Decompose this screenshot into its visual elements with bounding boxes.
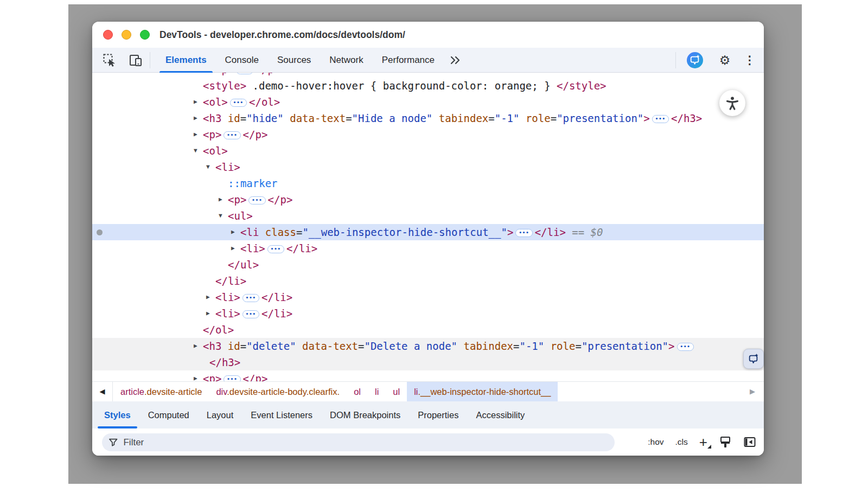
disclosure-triangle-icon[interactable]: ▶: [219, 191, 222, 208]
dom-token-tag: </p>: [268, 194, 293, 206]
ellipsis-expand-button[interactable]: •••: [242, 294, 259, 302]
dom-tree-row[interactable]: </h3>: [92, 354, 764, 370]
dom-tree-row[interactable]: </ul>: [92, 257, 764, 273]
dom-tree-row[interactable]: ▶<p>•••</p>: [92, 126, 764, 143]
dom-tree-row[interactable]: ▼<ol>: [92, 143, 764, 159]
more-tabs-chevron-icon[interactable]: [444, 48, 467, 73]
filter-pill[interactable]: [102, 433, 615, 451]
zoom-window-button[interactable]: [140, 30, 150, 40]
dom-token-attr: data-text: [284, 112, 346, 124]
disclosure-triangle-icon[interactable]: ▼: [219, 208, 222, 224]
breadcrumb-item[interactable]: article.devsite-article: [113, 382, 209, 401]
tab-sources[interactable]: Sources: [268, 48, 320, 73]
new-style-rule-button[interactable]: +: [699, 435, 707, 449]
styles-filter-input[interactable]: [123, 437, 608, 448]
breadcrumb-item-selected[interactable]: li.__web-inspector-hide-shortcut__: [407, 382, 558, 401]
crumb-tag: li: [375, 387, 379, 396]
breadcrumb-item[interactable]: ul: [386, 382, 407, 401]
window-title: DevTools - developer.chrome.com/docs/dev…: [159, 22, 405, 48]
dom-tree-row[interactable]: ::marker: [92, 175, 764, 191]
disclosure-triangle-icon[interactable]: ▶: [194, 338, 197, 354]
ellipsis-expand-button[interactable]: •••: [224, 375, 240, 381]
disclosure-triangle-icon[interactable]: ▶: [194, 94, 197, 110]
styles-tab-accessibility[interactable]: Accessibility: [467, 401, 533, 428]
breadcrumb-scroll-right-icon[interactable]: ▶: [742, 382, 763, 401]
dom-tree-row[interactable]: ▶<ol>•••</ol>: [92, 94, 764, 110]
ellipsis-expand-button[interactable]: •••: [248, 196, 265, 204]
dom-tree-row[interactable]: ▶<p>•••</p>: [92, 73, 764, 78]
dom-token-val: "hide": [246, 112, 284, 124]
breadcrumb-item[interactable]: div.devsite-article-body.clearfix.: [209, 382, 347, 401]
dom-tree-row[interactable]: </li>: [92, 273, 764, 289]
disclosure-triangle-icon[interactable]: ▼: [194, 143, 197, 159]
show-sidebar-icon[interactable]: [743, 436, 756, 449]
ellipsis-expand-button[interactable]: •••: [677, 343, 694, 351]
dom-tree-row[interactable]: ▼<ul>: [92, 208, 764, 224]
ellipsis-expand-button[interactable]: •••: [652, 115, 669, 123]
tab-network[interactable]: Network: [320, 48, 372, 73]
disclosure-triangle-icon[interactable]: ▼: [206, 159, 210, 175]
styles-tab-styles[interactable]: Styles: [95, 401, 139, 428]
disclosure-triangle-icon[interactable]: ▶: [194, 110, 197, 126]
dom-tree-panel: ▶<p>•••</p><style> .demo--hover:hover { …: [92, 73, 764, 381]
breadcrumb-item[interactable]: li: [368, 382, 386, 401]
dom-tree-row[interactable]: ▶<p>•••</p>: [92, 191, 764, 208]
crumb-tag: div: [216, 387, 227, 396]
device-toolbar-icon[interactable]: [128, 53, 143, 68]
dom-tree-row[interactable]: ▶<li>•••</li>: [92, 289, 764, 305]
disclosure-triangle-icon[interactable]: ▶: [194, 370, 197, 381]
dom-tree-row[interactable]: ▶<li>•••</li>: [92, 240, 764, 257]
disclosure-triangle-icon[interactable]: ▶: [194, 126, 197, 143]
toolbar-divider-right: [675, 52, 676, 68]
accessibility-widget-button[interactable]: [719, 90, 745, 116]
styles-filter-bar: :hov .cls +: [92, 428, 764, 456]
styles-tab-properties[interactable]: Properties: [409, 401, 467, 428]
panel-tabs: ElementsConsoleSourcesNetworkPerformance: [156, 48, 467, 73]
dom-token-tag: <ol>: [203, 96, 228, 108]
dom-tree-row-selected[interactable]: ▶<li class="__web-inspector-hide-shortcu…: [92, 224, 764, 240]
minimize-window-button[interactable]: [122, 30, 131, 40]
disclosure-triangle-icon[interactable]: ▶: [206, 289, 210, 305]
ellipsis-expand-button[interactable]: •••: [242, 310, 259, 318]
styles-tab-event-listeners[interactable]: Event Listeners: [242, 401, 321, 428]
tab-performance[interactable]: Performance: [373, 48, 444, 73]
ai-assistant-chip-button[interactable]: [743, 349, 764, 369]
ai-bubble-icon: [748, 353, 760, 365]
tab-console[interactable]: Console: [216, 48, 268, 73]
ellipsis-expand-button[interactable]: •••: [515, 229, 532, 237]
dom-token-pseudo: ::marker: [228, 177, 278, 189]
breadcrumb-scroll-left-icon[interactable]: ◀: [92, 382, 113, 401]
ellipsis-expand-button[interactable]: •••: [230, 99, 247, 107]
dom-token-tag: </li>: [535, 226, 566, 238]
disclosure-triangle-icon[interactable]: ▶: [206, 305, 210, 322]
ellipsis-expand-button[interactable]: •••: [224, 131, 240, 139]
dom-token-tag: <p>: [203, 373, 221, 381]
toggle-element-state-hov[interactable]: :hov: [648, 437, 663, 447]
styles-tab-layout[interactable]: Layout: [198, 401, 242, 428]
dom-token-tag: <ol>: [203, 145, 228, 157]
ai-assistant-button[interactable]: [687, 52, 703, 68]
styles-tab-computed[interactable]: Computed: [139, 401, 198, 428]
ellipsis-expand-button[interactable]: •••: [236, 73, 253, 74]
dom-tree-row[interactable]: ▶<p>•••</p>: [92, 370, 764, 381]
disclosure-triangle-icon[interactable]: ▶: [231, 240, 235, 257]
tab-elements[interactable]: Elements: [156, 48, 216, 73]
more-options-kebab-icon[interactable]: ⋮: [742, 53, 757, 68]
dom-tree-row[interactable]: ▶<li>•••</li>: [92, 305, 764, 322]
rendering-brush-icon[interactable]: [719, 436, 732, 449]
dom-tree-row[interactable]: </ol>: [92, 322, 764, 338]
dom-tree-row[interactable]: ▼<li>: [92, 159, 764, 175]
dom-token-tag: </p>: [243, 129, 268, 140]
inspect-element-icon[interactable]: [102, 53, 117, 68]
disclosure-triangle-icon[interactable]: ▶: [231, 224, 235, 240]
dom-tree-row[interactable]: ▶<h3 id="delete" data-text="Delete a nod…: [92, 338, 764, 354]
styles-tab-dom-breakpoints[interactable]: DOM Breakpoints: [321, 401, 409, 428]
toggle-element-classes-cls[interactable]: .cls: [675, 437, 688, 447]
dom-tree-row[interactable]: ▶<h3 id="hide" data-text="Hide a node" t…: [92, 110, 764, 126]
dom-tree-row[interactable]: <style> .demo--hover:hover { background-…: [92, 78, 764, 94]
settings-gear-icon[interactable]: ⚙: [717, 53, 732, 68]
breadcrumb-item[interactable]: ol: [347, 382, 368, 401]
disclosure-triangle-icon[interactable]: ▶: [206, 73, 210, 78]
ellipsis-expand-button[interactable]: •••: [267, 245, 284, 253]
close-window-button[interactable]: [103, 30, 113, 40]
